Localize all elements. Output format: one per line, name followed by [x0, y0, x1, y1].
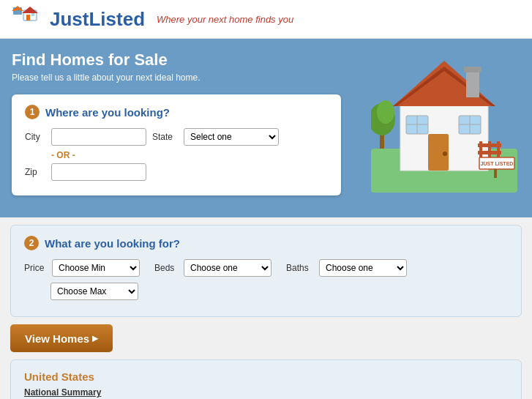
view-homes-label: View Homes: [25, 332, 89, 345]
section1-header: 1 Where are you looking?: [25, 105, 328, 119]
hero-section: Find Homes for Sale Please tell us a lit…: [0, 39, 532, 217]
logo-area: JustListed: [12, 6, 145, 32]
price-min-select[interactable]: Choose Min $50,000 $100,000 $150,000 $20…: [52, 259, 140, 277]
svg-rect-25: [478, 151, 501, 154]
price-beds-baths-row: Price Choose Min $50,000 $100,000 $150,0…: [24, 259, 508, 277]
baths-label: Baths: [286, 263, 312, 273]
svg-point-28: [377, 100, 394, 124]
tagline: Where your next home finds you: [157, 14, 293, 25]
info-card: United States National Summary Median Ho…: [10, 359, 522, 399]
city-label: City: [25, 132, 45, 142]
svg-text:JUST LISTED: JUST LISTED: [481, 161, 514, 166]
section2: 2 What are you looking for? Price Choose…: [10, 225, 522, 317]
state-label: State: [152, 132, 178, 142]
section2-title: What are you looking for?: [45, 237, 180, 250]
section1-number: 1: [25, 105, 40, 119]
info-card-title: United States: [24, 370, 508, 383]
view-homes-arrow: ▸: [92, 332, 98, 345]
page-header: JustListed Where your next home finds yo…: [0, 0, 532, 39]
svg-point-14: [443, 152, 447, 156]
house-illustration: JUST LISTED: [371, 46, 517, 193]
logo-icon: [12, 6, 45, 32]
view-homes-button[interactable]: View Homes ▸: [10, 324, 113, 352]
svg-rect-5: [26, 15, 30, 20]
svg-rect-24: [478, 143, 501, 147]
beds-select[interactable]: Choose one 1+ 2+ 3+ 4+: [184, 259, 271, 277]
price-max-select[interactable]: Choose Max $200,000 $300,000 $500,000 $1…: [50, 283, 138, 300]
site-name: JustListed: [50, 8, 145, 31]
city-row: City State Select one Alabama Alaska Ari…: [25, 128, 328, 146]
search-card: 1 Where are you looking? City State Sele…: [12, 94, 341, 195]
price-label: Price: [24, 263, 45, 273]
national-summary-title: National Summary: [24, 387, 508, 398]
svg-rect-12: [464, 67, 482, 72]
price-max-row: Choose Max $200,000 $300,000 $500,000 $1…: [50, 283, 508, 300]
city-input[interactable]: [51, 128, 146, 146]
state-select[interactable]: Select one Alabama Alaska Arizona Califo…: [184, 128, 279, 146]
beds-label: Beds: [154, 263, 176, 273]
zip-label: Zip: [25, 167, 45, 177]
svg-rect-2: [15, 10, 20, 15]
baths-select[interactable]: Choose one 1+ 2+ 3+: [319, 259, 407, 277]
section2-number: 2: [24, 236, 39, 250]
zip-row: Zip: [25, 163, 328, 181]
svg-rect-31: [494, 169, 497, 178]
or-divider: - OR -: [51, 150, 328, 160]
section1-title: Where are you looking?: [45, 106, 170, 119]
section2-header: 2 What are you looking for?: [24, 236, 508, 250]
svg-rect-6: [31, 13, 34, 16]
zip-input[interactable]: [51, 163, 146, 181]
